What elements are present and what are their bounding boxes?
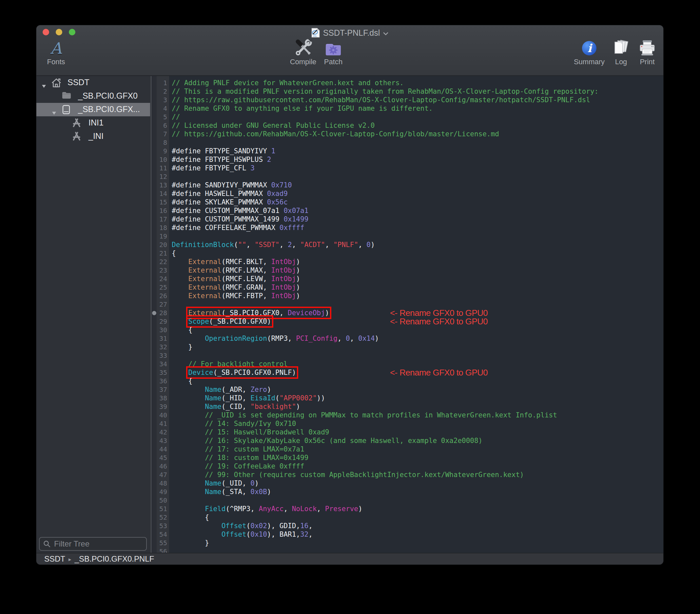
code-text[interactable]: // https://github.com/RehabMan/OS-X-Clov… bbox=[169, 130, 663, 138]
code-line: 16#define CUSTOM_PWMMAX_07a1 0x07a1 bbox=[151, 206, 663, 215]
filter-tree-field[interactable] bbox=[39, 537, 147, 551]
code-text[interactable]: Offset(0x02), GDID,16, bbox=[169, 522, 663, 530]
code-text[interactable]: Device(_SB.PCI0.GFX0.PNLF)<- Rename GFX0… bbox=[169, 368, 663, 377]
code-text[interactable] bbox=[169, 138, 663, 147]
marker-gutter bbox=[151, 79, 157, 87]
code-text[interactable] bbox=[169, 172, 663, 181]
line-number: 16 bbox=[157, 206, 169, 215]
code-text[interactable]: // 19: CoffeeLake 0xffff bbox=[169, 462, 663, 471]
code-line: 8 bbox=[151, 138, 663, 147]
log-button[interactable]: Log bbox=[608, 38, 634, 66]
code-text[interactable]: Name(_ADR, Zero) bbox=[169, 385, 663, 394]
line-number: 5 bbox=[157, 113, 169, 121]
code-editor[interactable]: 1// Adding PNLF device for WhateverGreen… bbox=[151, 76, 663, 553]
code-text[interactable] bbox=[169, 232, 663, 240]
summary-button[interactable]: i Summary bbox=[570, 38, 609, 66]
code-text[interactable]: #define CUSTOM_PWMMAX_1499 0x1499 bbox=[169, 215, 663, 224]
code-text[interactable]: External(RMCF.GRAN, IntObj) bbox=[169, 283, 663, 292]
code-text[interactable]: Name(_UID, 0) bbox=[169, 479, 663, 488]
fonts-button[interactable]: A Fonts bbox=[39, 38, 73, 66]
print-button[interactable]: Print bbox=[631, 38, 663, 66]
code-text[interactable]: { bbox=[169, 326, 663, 334]
tree-item-ssdt[interactable]: SSDT bbox=[36, 76, 150, 89]
log-label: Log bbox=[615, 58, 627, 66]
filter-tree-input[interactable] bbox=[53, 539, 143, 549]
code-text[interactable]: // bbox=[169, 113, 663, 121]
code-text[interactable]: // _UID is set depending on PWMMax to ma… bbox=[169, 411, 663, 419]
code-line: 2// This is a modified PNLF version orig… bbox=[151, 87, 663, 96]
code-text[interactable]: { bbox=[169, 377, 663, 385]
marker-gutter bbox=[151, 411, 157, 419]
code-text[interactable]: OperationRegion(RMP3, PCI_Config, 0, 0x1… bbox=[169, 334, 663, 343]
code-text[interactable]: Name(_HID, EisaId("APP0002")) bbox=[169, 394, 663, 402]
code-text[interactable]: External(RMCF.FBTP, IntObj) bbox=[169, 292, 663, 300]
code-line: 3// https://raw.githubusercontent.com/Re… bbox=[151, 96, 663, 104]
title-menu-chevron-icon[interactable] bbox=[383, 32, 388, 35]
marker-gutter bbox=[151, 360, 157, 368]
code-line: 32 } bbox=[151, 343, 663, 351]
disclosure-triangle-icon[interactable] bbox=[42, 80, 46, 90]
code-text[interactable]: { bbox=[169, 513, 663, 522]
device-icon bbox=[62, 105, 71, 117]
patch-button[interactable]: Patch bbox=[317, 38, 350, 66]
marker-gutter bbox=[151, 172, 157, 181]
tree-item--sb-pci0-gfx0[interactable]: _SB.PCI0.GFX0 bbox=[36, 89, 150, 103]
code-line: 1// Adding PNLF device for WhateverGreen… bbox=[151, 79, 663, 87]
code-text[interactable]: External(RMCF.LMAX, IntObj) bbox=[169, 266, 663, 275]
code-text[interactable]: // Licensed under GNU General Public Lic… bbox=[169, 121, 663, 130]
code-line: 47 // 99: Other (requires custom AppleBa… bbox=[151, 471, 663, 479]
code-text[interactable]: #define SANDYIVY_PWMMAX 0x710 bbox=[169, 181, 663, 189]
code-text[interactable]: #define FBTYPE_HSWPLUS 2 bbox=[169, 155, 663, 164]
code-text[interactable]: #define CUSTOM_PWMMAX_07a1 0x07a1 bbox=[169, 206, 663, 215]
code-text[interactable]: #define FBTYPE_CFL 3 bbox=[169, 164, 663, 172]
search-icon bbox=[43, 540, 51, 548]
code-text[interactable] bbox=[169, 496, 663, 504]
code-text[interactable] bbox=[169, 547, 663, 553]
code-text[interactable]: // 15: Haswell/Broadwell 0xad9 bbox=[169, 428, 663, 436]
code-text[interactable]: Name(_CID, "backlight") bbox=[169, 402, 663, 411]
code-text[interactable]: Scope(_SB.PCI0.GFX0)<- Rename GFX0 to GP… bbox=[169, 317, 663, 326]
code-text[interactable]: Field(^RMP3, AnyAcc, NoLock, Preserve) bbox=[169, 504, 663, 513]
code-text[interactable]: // 17: custom LMAX=0x7a1 bbox=[169, 445, 663, 453]
code-text[interactable]: // For backlight control bbox=[169, 360, 663, 368]
line-number: 52 bbox=[157, 513, 169, 522]
code-text[interactable]: DefinitionBlock("", "SSDT", 2, "ACDT", "… bbox=[169, 240, 663, 249]
code-text[interactable]: { bbox=[169, 249, 663, 258]
code-line: 54 Offset(0x10), BAR1,32, bbox=[151, 530, 663, 539]
code-line: 44 // 17: custom LMAX=0x7a1 bbox=[151, 445, 663, 453]
line-number: 21 bbox=[157, 249, 169, 258]
code-text[interactable]: External(RMCF.BKLT, IntObj) bbox=[169, 258, 663, 266]
code-text[interactable]: Name(_STA, 0x0B) bbox=[169, 488, 663, 496]
code-text[interactable] bbox=[169, 300, 663, 309]
code-text[interactable]: // Adding PNLF device for WhateverGreen.… bbox=[169, 79, 663, 87]
tree-item--ini[interactable]: _INI bbox=[36, 130, 150, 143]
code-text[interactable]: // This is a modified PNLF version origi… bbox=[169, 87, 663, 96]
code-text[interactable]: // 99: Other (requires custom AppleBackl… bbox=[169, 471, 663, 479]
code-text[interactable]: // 18: custom LMAX=0x1499 bbox=[169, 453, 663, 462]
code-text[interactable]: Offset(0x10), BAR1,32, bbox=[169, 530, 663, 539]
titlebar: DSL SSDT-PNLF.dsl bbox=[36, 27, 663, 39]
code-text[interactable] bbox=[169, 351, 663, 360]
disclosure-triangle-icon[interactable] bbox=[52, 108, 57, 117]
compile-button[interactable]: Compile bbox=[285, 38, 321, 66]
code-text[interactable]: #define FBTYPE_SANDYIVY 1 bbox=[169, 147, 663, 155]
code-text[interactable]: // 14: Sandy/Ivy 0x710 bbox=[169, 419, 663, 428]
code-text[interactable]: } bbox=[169, 343, 663, 351]
line-number: 22 bbox=[157, 258, 169, 266]
code-text[interactable]: #define SKYLAKE_PWMMAX 0x56c bbox=[169, 198, 663, 206]
code-text[interactable]: // https://raw.githubusercontent.com/Reh… bbox=[169, 96, 663, 104]
code-text[interactable]: External(RMCF.LEVW, IntObj) bbox=[169, 275, 663, 283]
tree-item-ini1[interactable]: INI1 bbox=[36, 116, 150, 130]
code-text[interactable]: // 16: Skylake/KabyLake 0x56c (and some … bbox=[169, 436, 663, 445]
marker-gutter bbox=[151, 121, 157, 130]
code-text[interactable]: // Rename GFX0 to anything else if your … bbox=[169, 104, 663, 113]
tree-item--sb-pci0-gfx-[interactable]: _SB.PCI0.GFX... bbox=[36, 103, 150, 116]
line-number: 32 bbox=[157, 343, 169, 351]
code-text[interactable]: #define COFFEELAKE_PWMMAX 0xffff bbox=[169, 224, 663, 232]
code-text[interactable]: #define HASWELL_PWMMAX 0xad9 bbox=[169, 189, 663, 198]
code-text[interactable]: } bbox=[169, 539, 663, 547]
marker-gutter bbox=[151, 258, 157, 266]
code-text[interactable]: External(_SB.PCI0.GFX0, DeviceObj)<- Ren… bbox=[169, 309, 663, 317]
line-number: 4 bbox=[157, 104, 169, 113]
rename-annotation: <- Rename GFX0 to GPU0 bbox=[390, 309, 488, 317]
